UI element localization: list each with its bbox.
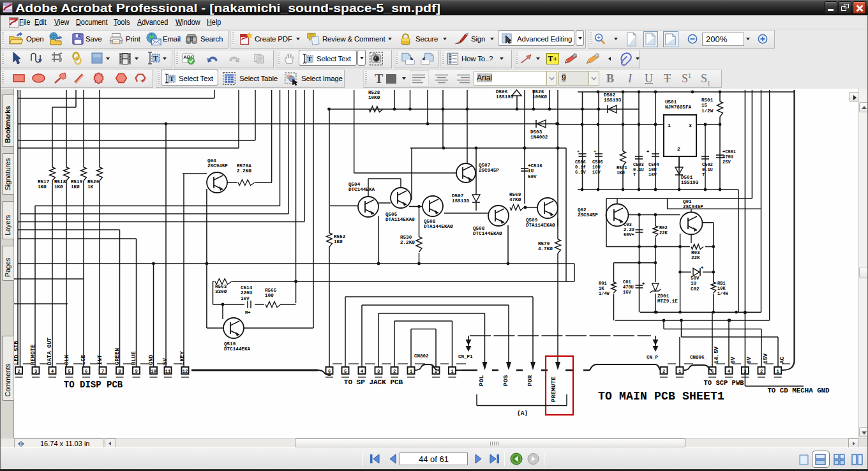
svg-text:C5020.1UT: C5020.1UT bbox=[702, 162, 713, 177]
svg-text:D5021SS193: D5021SS193 bbox=[604, 93, 622, 103]
svg-text:R52810KØ: R52810KØ bbox=[368, 90, 380, 100]
svg-text:D5011SS193: D5011SS193 bbox=[681, 175, 699, 185]
svg-text:Q508DTA144EKAØ: Q508DTA144EKAØ bbox=[424, 219, 453, 229]
svg-text:1: 1 bbox=[410, 369, 412, 374]
svg-text:12: 12 bbox=[183, 369, 188, 374]
svg-text:1: 1 bbox=[777, 369, 779, 374]
svg-text:TO SP JACK PCB: TO SP JACK PCB bbox=[344, 378, 403, 386]
svg-text:+: + bbox=[701, 265, 703, 271]
svg-text:6: 6 bbox=[85, 369, 87, 374]
svg-text:(A): (A) bbox=[517, 410, 528, 417]
svg-text:Q5072SC945P: Q5072SC945P bbox=[479, 163, 499, 173]
svg-text:C50410U16V: C50410U16V bbox=[648, 162, 659, 177]
svg-text:7: 7 bbox=[101, 369, 104, 374]
svg-text:+C501470U25V: +C501470U25V bbox=[722, 149, 736, 165]
svg-text:5: 5 bbox=[68, 369, 70, 374]
svg-text:1: 1 bbox=[668, 123, 671, 128]
svg-text:R011K1/4W: R011K1/4W bbox=[599, 281, 610, 296]
svg-text:1: 1 bbox=[451, 369, 453, 374]
svg-text:R501151/2W: R501151/2W bbox=[701, 98, 714, 114]
svg-text:2: 2 bbox=[393, 369, 396, 374]
svg-text:0V: 0V bbox=[746, 357, 752, 364]
svg-text:11: 11 bbox=[165, 369, 170, 374]
svg-text:POL: POL bbox=[478, 375, 485, 386]
svg-text:C5060.1f6.5V: C5060.1f6.5V bbox=[575, 160, 587, 175]
svg-text:TO SCP PWB: TO SCP PWB bbox=[703, 379, 744, 387]
svg-text:RB110K1/4W: RB110K1/4W bbox=[717, 281, 729, 296]
svg-text:9: 9 bbox=[135, 369, 137, 374]
svg-text:CN_P: CN_P bbox=[647, 355, 659, 360]
svg-text:Q504DTC144EKA: Q504DTC144EKA bbox=[348, 182, 375, 192]
svg-text:4: 4 bbox=[51, 369, 54, 374]
svg-text:R0322K: R0322K bbox=[691, 250, 700, 260]
svg-text:Q505DTA114EKAØ: Q505DTA114EKAØ bbox=[385, 212, 415, 222]
svg-text:AC: AC bbox=[779, 357, 786, 364]
svg-text:8: 8 bbox=[118, 369, 121, 374]
svg-text:50V1UC02: 50V1UC02 bbox=[691, 276, 700, 292]
svg-text:6: 6 bbox=[711, 369, 714, 374]
svg-text:U501NJM7885FA: U501NJM7885FA bbox=[665, 100, 691, 110]
svg-text:10: 10 bbox=[151, 369, 156, 374]
svg-text:TO CD MECHA GND: TO CD MECHA GND bbox=[767, 387, 830, 394]
svg-text:R570A2.2KØ: R570A2.2KØ bbox=[237, 163, 251, 174]
svg-text:M+: M+ bbox=[245, 310, 250, 315]
svg-text:R5171KØ: R5171KØ bbox=[38, 179, 50, 190]
svg-text:+: + bbox=[647, 149, 649, 154]
svg-text:2: 2 bbox=[760, 369, 763, 374]
svg-text:+: + bbox=[577, 149, 580, 154]
svg-text:R5704.7KØ: R5704.7KØ bbox=[538, 241, 553, 251]
svg-text:+: + bbox=[594, 149, 596, 154]
svg-text:R526100KØ: R526100KØ bbox=[532, 89, 547, 100]
svg-text:15V: 15V bbox=[763, 353, 769, 364]
svg-text:ZD01MTZ9.1E: ZD01MTZ9.1E bbox=[657, 294, 678, 304]
svg-text:D5071SS133: D5071SS133 bbox=[452, 193, 470, 204]
svg-text:D5061SS193: D5061SS193 bbox=[496, 89, 514, 100]
svg-text:R5201K: R5201K bbox=[87, 179, 100, 190]
svg-text:3: 3 bbox=[377, 369, 380, 374]
svg-text:Q012SC945P: Q012SC945P bbox=[683, 199, 703, 209]
svg-text:C01470U16V: C01470U16V bbox=[623, 280, 634, 295]
svg-text:Q510DTC144EKA: Q510DTC144EKA bbox=[224, 341, 250, 352]
svg-text:4: 4 bbox=[728, 369, 730, 374]
svg-text:C514220U16V: C514220U16V bbox=[241, 285, 253, 301]
svg-text:5: 5 bbox=[344, 369, 347, 374]
svg-text:GREEN: GREEN bbox=[114, 348, 121, 365]
svg-text:R5302.2KØ: R5302.2KØ bbox=[400, 235, 415, 245]
svg-text:+C5161U50V: +C5161U50V bbox=[528, 163, 542, 179]
svg-text:R5521KØ: R5521KØ bbox=[334, 234, 346, 244]
svg-text:0V: 0V bbox=[730, 357, 737, 364]
svg-text:PREMUTE: PREMUTE bbox=[550, 377, 557, 402]
svg-text:4: 4 bbox=[361, 369, 363, 374]
svg-text:+: + bbox=[642, 281, 645, 287]
svg-text:REMOTE: REMOTE bbox=[30, 344, 36, 365]
svg-text:2: 2 bbox=[435, 369, 437, 374]
svg-text:R5191KØ: R5191KØ bbox=[71, 179, 83, 190]
svg-text:T: T bbox=[307, 55, 312, 63]
svg-text:TO MAIN PCB SHEET1: TO MAIN PCB SHEET1 bbox=[598, 390, 724, 403]
svg-text:Q509DTA114EKAØ: Q509DTA114EKAØ bbox=[526, 218, 555, 228]
svg-text:DATA OUT: DATA OUT bbox=[47, 337, 53, 365]
svg-text:3: 3 bbox=[689, 123, 692, 128]
svg-text:T: T bbox=[169, 75, 174, 82]
svg-text:TO DISP PCB: TO DISP PCB bbox=[64, 380, 123, 390]
svg-text:LED STB: LED STB bbox=[14, 341, 20, 365]
svg-text:CN806_: CN806_ bbox=[690, 355, 708, 360]
svg-text:C50510U16V: C50510U16V bbox=[592, 160, 603, 175]
svg-text:POR: POR bbox=[527, 375, 534, 386]
svg-text:2: 2 bbox=[17, 369, 20, 374]
svg-text:14.5V: 14.5V bbox=[714, 346, 720, 364]
svg-text:Q022SC945P: Q022SC945P bbox=[578, 207, 598, 218]
svg-text:6: 6 bbox=[328, 369, 331, 374]
svg-text:C032.2U50V+: C032.2U50V+ bbox=[624, 222, 634, 237]
svg-text:POS: POS bbox=[502, 375, 509, 386]
svg-text:R56947KØ: R56947KØ bbox=[509, 192, 521, 202]
svg-text:1: 1 bbox=[678, 369, 681, 374]
svg-text:R0222K: R0222K bbox=[659, 225, 668, 236]
svg-text:R5711KØ: R5711KØ bbox=[617, 165, 627, 176]
svg-text:R563330Ø: R563330Ø bbox=[215, 284, 227, 294]
svg-text:CN802: CN802 bbox=[414, 354, 429, 359]
svg-text:CN_P1: CN_P1 bbox=[458, 354, 473, 359]
svg-text:R56510Ø: R56510Ø bbox=[265, 288, 277, 298]
svg-text:R5181KØ: R5181KØ bbox=[54, 179, 66, 190]
svg-text:2: 2 bbox=[677, 146, 680, 152]
